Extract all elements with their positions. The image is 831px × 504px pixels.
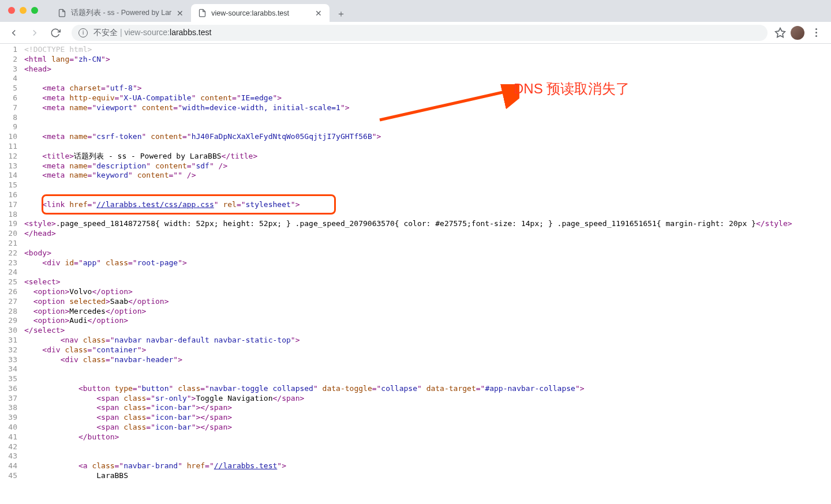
close-tab-icon[interactable]: ✕	[315, 9, 323, 17]
view-source-content[interactable]: 1<!DOCTYPE html>2<html lang="zh-CN">3<he…	[0, 44, 831, 481]
line-number: 25	[0, 277, 22, 287]
minimize-window-button[interactable]	[20, 7, 27, 14]
source-line: 2<html lang="zh-CN">	[0, 55, 831, 65]
line-number: 24	[0, 268, 22, 277]
line-content	[22, 452, 831, 461]
line-number: 20	[0, 229, 22, 239]
line-content: <button type="button" class="navbar-togg…	[22, 384, 831, 394]
close-window-button[interactable]	[8, 7, 15, 14]
line-content: <select>	[22, 277, 831, 287]
source-line: 40 <span class="icon-bar"></span>	[0, 423, 831, 432]
source-line: 16	[0, 190, 831, 200]
new-tab-button[interactable]: ＋	[333, 6, 349, 22]
line-content	[22, 180, 831, 190]
line-content: </head>	[22, 229, 831, 239]
profile-avatar[interactable]	[791, 26, 804, 40]
line-number: 3	[0, 65, 22, 74]
line-content	[22, 190, 831, 200]
source-line: 35	[0, 374, 831, 384]
line-number: 6	[0, 93, 22, 103]
browser-tab-inactive[interactable]: 话题列表 - ss - Powered by Lar ✕	[51, 4, 191, 22]
window-controls	[8, 7, 38, 14]
source-link[interactable]: //larabbs.test	[214, 461, 278, 470]
source-line: 1<!DOCTYPE html>	[0, 45, 831, 55]
line-content	[22, 74, 831, 84]
line-content: <span class="icon-bar"></span>	[22, 403, 831, 413]
source-line: 22<body>	[0, 249, 831, 258]
line-number: 44	[0, 461, 22, 471]
maximize-window-button[interactable]	[31, 7, 38, 14]
line-number: 21	[0, 239, 22, 249]
annotation-text: DNS 预读取消失了	[514, 84, 630, 94]
line-number: 29	[0, 316, 22, 326]
line-number: 2	[0, 55, 22, 65]
line-number: 18	[0, 210, 22, 220]
line-number: 23	[0, 258, 22, 268]
source-line: 33 <div class="navbar-header">	[0, 355, 831, 365]
line-content	[22, 210, 831, 220]
source-line: 20</head>	[0, 229, 831, 239]
line-number: 14	[0, 171, 22, 180]
tab-bar: 话题列表 - ss - Powered by Lar ✕ view-source…	[0, 0, 831, 22]
line-number: 32	[0, 345, 22, 355]
line-content	[22, 268, 831, 277]
line-number: 9	[0, 122, 22, 132]
line-content	[22, 122, 831, 132]
line-content: <meta name="csrf-token" content="hJ40FaD…	[22, 132, 831, 142]
source-link[interactable]: //larabbs.test/css/app.css	[96, 200, 214, 209]
page-icon	[198, 9, 207, 17]
line-content: </button>	[22, 432, 831, 442]
source-line: 9	[0, 122, 831, 132]
source-line: 36 <button type="button" class="navbar-t…	[0, 384, 831, 394]
line-content: <option>Audi</option>	[22, 316, 831, 326]
line-number: 1	[0, 45, 22, 55]
line-content: <link href="//larabbs.test/css/app.css" …	[22, 200, 831, 210]
line-content: <head>	[22, 65, 831, 74]
line-content: <div id="app" class="root-page">	[22, 258, 831, 268]
line-content: <meta http-equiv="X-UA-Compatible" conte…	[22, 93, 831, 103]
line-content: <div class="container">	[22, 345, 831, 355]
line-content: <span class="icon-bar"></span>	[22, 413, 831, 423]
line-number: 17	[0, 200, 22, 210]
line-number: 39	[0, 413, 22, 423]
site-info-icon[interactable]: i	[78, 28, 88, 37]
line-number: 12	[0, 152, 22, 161]
source-line: 14 <meta name="keyword" content="" />	[0, 171, 831, 180]
source-line: 41 </button>	[0, 432, 831, 442]
kebab-menu-icon[interactable]	[809, 28, 823, 37]
source-line: 19<style>.page_speed_1814872758{ width: …	[0, 219, 831, 229]
source-line: 42	[0, 442, 831, 452]
line-number: 22	[0, 249, 22, 258]
line-content: <a class="navbar-brand" href="//larabbs.…	[22, 461, 831, 471]
page-icon	[58, 9, 66, 17]
source-line: 21	[0, 239, 831, 249]
source-line: 34	[0, 364, 831, 374]
line-content: <option selected>Saab</option>	[22, 297, 831, 307]
line-number: 5	[0, 84, 22, 93]
address-bar[interactable]: i 不安全 | view-source:larabbs.test	[72, 25, 768, 41]
line-content: <title>话题列表 - ss - Powered by LaraBBS</t…	[22, 152, 831, 161]
bookmark-star-icon[interactable]	[774, 27, 786, 39]
line-number: 13	[0, 161, 22, 171]
reload-button[interactable]	[46, 24, 65, 42]
line-number: 36	[0, 384, 22, 394]
line-number: 34	[0, 364, 22, 374]
line-content: <body>	[22, 249, 831, 258]
line-content	[22, 142, 831, 152]
tab-title: 话题列表 - ss - Powered by Lar	[71, 8, 171, 18]
close-tab-icon[interactable]: ✕	[176, 9, 184, 17]
source-line: 11	[0, 142, 831, 152]
line-content: <meta name="description" content="sdf" /…	[22, 161, 831, 171]
source-line: 24	[0, 268, 831, 277]
line-number: 37	[0, 394, 22, 404]
back-button[interactable]	[5, 24, 23, 42]
line-number: 43	[0, 452, 22, 461]
line-number: 35	[0, 374, 22, 384]
source-line: 45 LaraBBS	[0, 471, 831, 481]
browser-tab-active[interactable]: view-source:larabbs.test ✕	[191, 4, 330, 22]
source-line: 17 <link href="//larabbs.test/css/app.cs…	[0, 200, 831, 210]
line-number: 11	[0, 142, 22, 152]
forward-button[interactable]	[25, 24, 44, 42]
line-content: <meta name="viewport" content="width=dev…	[22, 103, 831, 113]
source-line: 25<select>	[0, 277, 831, 287]
